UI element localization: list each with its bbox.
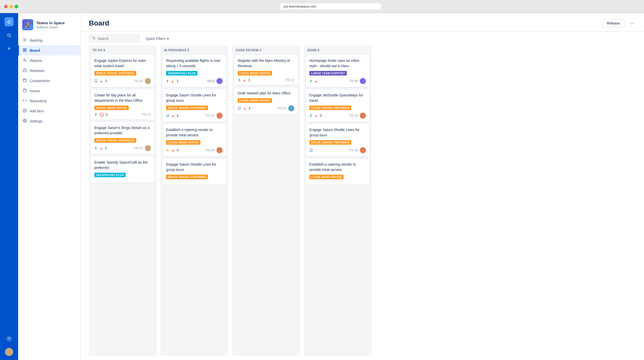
priority-high-icon: ▲	[171, 148, 175, 152]
card-label: SPACE TRAVEL PARTNERS	[94, 138, 136, 143]
card-count: 4	[177, 148, 179, 152]
svg-rect-12	[23, 79, 26, 82]
browser-url[interactable]: jira.teamsinspace.com	[280, 3, 381, 10]
card-count: 3	[176, 79, 178, 83]
priority-up-icon: ⬆	[94, 146, 97, 150]
check-icon: ☑	[94, 79, 98, 83]
card[interactable]: Register with the Mars Ministry of Reven…	[234, 55, 298, 85]
settings-icon	[22, 119, 27, 124]
reports-label: Reports	[30, 59, 42, 63]
card[interactable]: Requesting available flights is now taki…	[163, 55, 226, 87]
sidebar-item-components[interactable]: Components	[18, 76, 80, 86]
sidebar: 🚀 Teams in Space Software project Backlo…	[18, 13, 81, 360]
priority-high-icon: ▲	[243, 78, 246, 82]
browser-dots	[4, 5, 18, 8]
search-input[interactable]	[98, 37, 136, 41]
card-footer: ⬆▲TIS-68	[309, 78, 366, 84]
priority-high-icon: ▲	[243, 107, 246, 110]
priority-up-icon: ⬆	[238, 78, 241, 82]
board-icon	[22, 48, 27, 53]
sidebar-item-reports[interactable]: Reports	[18, 56, 80, 66]
card[interactable]: Homepage footer uses an inline style - s…	[306, 55, 369, 87]
sidebar-item-repository[interactable]: Repository	[18, 96, 80, 106]
card[interactable]: Engage Jupiter Express for outer solar s…	[91, 55, 154, 87]
priority-high-icon: ▲	[314, 114, 318, 118]
card-footer: ☑▲4TIS-15	[166, 113, 223, 119]
card-label: SEESPACEEZ PLUS	[166, 71, 197, 75]
check-icon: ☑	[166, 113, 169, 118]
card-title: Engage Saturn Shuttle Lines for group to…	[166, 162, 223, 172]
project-info: Teams in Space Software project	[36, 20, 65, 29]
card[interactable]: Enable Speedy SpaceCraft as the preferre…	[91, 157, 154, 183]
card-title: Draft network plan for Mars Office	[238, 91, 294, 96]
issues-label: Issues	[30, 89, 40, 93]
search-icon	[92, 36, 96, 41]
project-icon: 🚀	[22, 19, 33, 30]
card[interactable]: Engage Saturn Shuttle Lines for group to…	[163, 90, 226, 122]
card-footer: ☑▲3TIS-15	[238, 105, 294, 111]
components-icon	[22, 78, 27, 83]
card[interactable]: Create 90 day plans for all departments …	[91, 90, 154, 120]
card[interactable]: Engage Saturn's Rings Resort as a prefer…	[91, 122, 154, 154]
add-item-icon	[22, 109, 27, 114]
project-name: Teams in Space	[36, 20, 65, 25]
card[interactable]: Establish a catering vendor to provide m…	[163, 124, 226, 156]
quick-filters-button[interactable]: Quick Filters ▾	[143, 35, 171, 42]
dot-yellow[interactable]	[9, 5, 13, 8]
backlog-icon	[22, 38, 27, 43]
releases-label: Releases	[30, 69, 44, 73]
priority-up-icon: ⬆	[309, 79, 312, 83]
search-rail-icon[interactable]	[5, 31, 13, 39]
card-count: 5	[105, 79, 107, 83]
sidebar-item-issues[interactable]: Issues	[18, 86, 80, 96]
card[interactable]: Draft network plan for Mars OfficeLOCAL …	[234, 88, 298, 114]
sidebar-item-board[interactable]: Board	[18, 45, 80, 56]
card-footer: ☑▲5TIS-25	[94, 78, 151, 84]
card-label: SPACE TRAVEL PARTNERS	[166, 106, 208, 110]
card-footer: ⬆▲5TIS-23	[309, 113, 366, 119]
card-label: LOCAL MARS OFFICE	[94, 106, 129, 110]
card-label: LOCAL MARS OFFICE	[166, 140, 200, 145]
card-title: Engage Saturn Shuttle Lines for group to…	[309, 127, 366, 138]
svg-rect-11	[23, 69, 26, 72]
components-label: Components	[30, 79, 50, 83]
add-rail-icon[interactable]	[5, 44, 13, 53]
dot-green[interactable]	[15, 5, 18, 8]
card-id: TIS-8	[207, 79, 214, 83]
card-id: TIS-25	[134, 79, 143, 83]
card-footer: ☑↑TIS-15	[309, 147, 366, 153]
user-avatar-rail[interactable]	[5, 348, 13, 356]
card[interactable]: Establish a catering vendor to provide m…	[306, 159, 369, 185]
card-avatar	[288, 105, 294, 111]
card-id: TIS-17	[134, 146, 143, 150]
svg-rect-10	[25, 50, 26, 52]
svg-line-1	[10, 36, 11, 37]
card[interactable]: Engage Saturn Shuttle Lines for group to…	[306, 124, 369, 156]
star-icon: ★	[166, 148, 169, 152]
help-rail-icon[interactable]: ?	[5, 335, 13, 343]
priority-high-icon: ▲	[171, 79, 174, 83]
card-footer: ★▲4TIS-15	[166, 147, 223, 153]
svg-rect-8	[25, 48, 26, 50]
check-icon: ☑	[309, 148, 313, 152]
check-icon: ☑	[238, 106, 241, 111]
card-id: TIS-15	[349, 148, 358, 152]
card[interactable]: Engage Saturn Shuttle Lines for group to…	[163, 159, 226, 185]
card-avatar	[217, 113, 223, 119]
card-title: Establish a catering vendor to provide m…	[309, 162, 366, 172]
release-button[interactable]: Release	[602, 19, 625, 27]
card[interactable]: Engage JetShuttle SpaceWays for travelSP…	[306, 90, 369, 122]
card-count: 5	[320, 114, 322, 118]
column-header-codereview: CODE REVIEW 2	[232, 45, 300, 54]
card-avatar	[217, 147, 223, 153]
card-id: TIS-12	[142, 113, 151, 116]
sidebar-item-releases[interactable]: Releases	[18, 66, 80, 76]
card-count: 3	[248, 106, 250, 110]
sidebar-item-settings[interactable]: Settings	[18, 116, 80, 126]
more-options-button[interactable]: ···	[628, 19, 636, 27]
sidebar-item-add-item[interactable]: Add item	[18, 106, 80, 116]
sidebar-item-backlog[interactable]: Backlog	[18, 35, 80, 45]
jira-logo[interactable]: ◇	[5, 17, 14, 26]
card-avatar	[217, 78, 223, 84]
dot-red[interactable]	[4, 5, 8, 8]
